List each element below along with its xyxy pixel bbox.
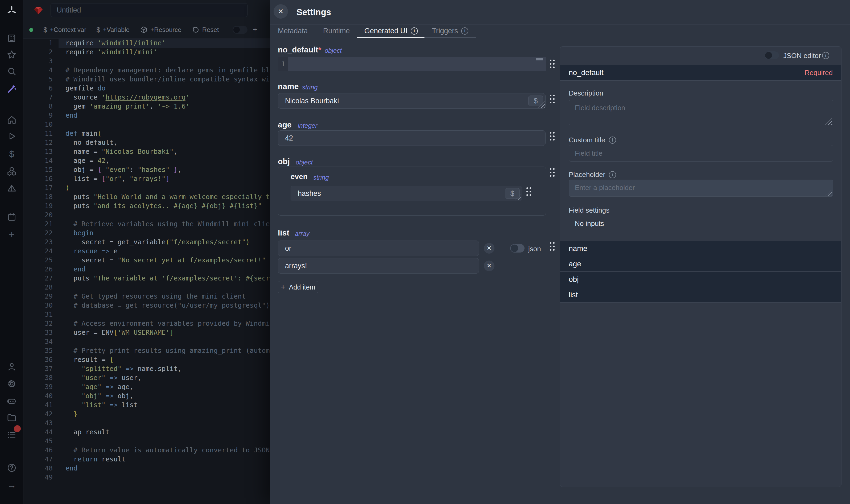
description-input[interactable] — [569, 100, 833, 125]
drag-handle[interactable] — [550, 95, 555, 104]
variables-dollar-icon[interactable]: $ — [0, 146, 23, 161]
code-content[interactable]: 1require 'windmill/inline'2require 'wind… — [23, 39, 270, 504]
collapse-arrow-icon[interactable]: → — [0, 478, 23, 492]
code-line[interactable]: 7 source 'https://rubygems.org' — [23, 93, 270, 102]
code-line[interactable]: 13 name = "Nicolas Bourbaki", — [23, 147, 270, 156]
workers-robot-icon[interactable] — [0, 393, 23, 408]
code-line[interactable]: 20 — [23, 211, 270, 219]
list-item-input[interactable]: or — [278, 240, 479, 256]
code-line[interactable]: 23 secret = get_variable("f/examples/sec… — [23, 238, 270, 247]
drag-handle[interactable] — [526, 187, 531, 196]
home-icon[interactable] — [0, 112, 23, 127]
tab-triggers[interactable]: Triggers — [432, 24, 468, 37]
code-line[interactable]: 32 # Access environment variables provid… — [23, 319, 270, 328]
even-input[interactable]: hashes $ — [291, 186, 522, 201]
code-line[interactable]: 34 — [23, 337, 270, 346]
resources-cubes-icon[interactable] — [0, 164, 23, 179]
folders-icon[interactable] — [0, 410, 23, 425]
code-line[interactable]: 4# Dependency management: declare gems i… — [23, 66, 270, 75]
add-plus-icon[interactable]: + — [0, 227, 23, 241]
code-line[interactable]: 16 list = ["or", "arrays!"] — [23, 174, 270, 183]
code-line[interactable]: 15 obj = { "even": "hashes" }, — [23, 165, 270, 174]
mini-scrollbar[interactable] — [536, 58, 543, 60]
code-line[interactable]: 24 rescue => e — [23, 247, 270, 256]
code-line[interactable]: 33 user = ENV['WM_USERNAME'] — [23, 328, 270, 337]
favorites-star-icon[interactable] — [0, 47, 23, 62]
json-editor-toggle[interactable] — [764, 51, 779, 59]
code-line[interactable]: 11def main( — [23, 129, 270, 138]
code-line[interactable]: 6gemfile do — [23, 84, 270, 93]
code-line[interactable]: 27 puts "The variable at 'f/examples/sec… — [23, 274, 270, 283]
remove-item-icon[interactable]: ✕ — [484, 260, 494, 271]
runs-play-icon[interactable] — [0, 129, 23, 144]
help-icon[interactable] — [0, 461, 23, 475]
info-icon[interactable] — [461, 28, 468, 35]
insert-variable-button[interactable]: $ — [528, 95, 543, 106]
code-line[interactable]: 29 # Get typed resources using the mini … — [23, 292, 270, 301]
placeholder-input[interactable] — [569, 180, 833, 197]
code-line[interactable]: 39 "age" => age, — [23, 382, 270, 392]
editor-mode-toggle[interactable] — [233, 26, 248, 34]
tab-metadata[interactable]: Metadata — [278, 24, 308, 37]
windmill-logo-icon[interactable] — [0, 3, 23, 18]
code-line[interactable]: 35 # Pretty print results using amazing_… — [23, 346, 270, 355]
code-line[interactable]: 26 end — [23, 265, 270, 274]
reset-button[interactable]: Reset — [192, 26, 219, 34]
insert-variable-button[interactable]: $ — [505, 188, 520, 199]
drag-handle[interactable] — [550, 242, 555, 251]
code-line[interactable]: 36 result = { — [23, 355, 270, 364]
json-toggle[interactable] — [510, 244, 525, 253]
code-line[interactable]: 9end — [23, 111, 270, 120]
code-line[interactable]: 18 puts "Hello World and a warm welcome … — [23, 192, 270, 201]
code-line[interactable]: 14 age = 42, — [23, 156, 270, 165]
no-default-json-input[interactable]: 1 — [278, 57, 546, 71]
remove-item-icon[interactable]: ✕ — [484, 243, 494, 254]
schedules-prism-icon[interactable] — [0, 181, 23, 196]
code-line[interactable]: 41 "list" => list — [23, 400, 270, 410]
age-input[interactable]: 42 — [278, 130, 545, 146]
field-row-name[interactable]: name — [560, 241, 841, 256]
add-variable-button[interactable]: $ +Variable — [96, 26, 130, 34]
field-row-obj[interactable]: obj — [560, 272, 841, 287]
code-line[interactable]: 37 "splitted" => name.split, — [23, 364, 270, 373]
code-line[interactable]: 3 — [23, 57, 270, 66]
code-line[interactable]: 12 no_default, — [23, 138, 270, 147]
selected-field-row[interactable]: no_default Required — [560, 65, 841, 80]
code-line[interactable]: 38 "user" => user, — [23, 373, 270, 382]
code-line[interactable]: 2require 'windmill/mini' — [23, 48, 270, 57]
code-line[interactable]: 10 — [23, 120, 270, 129]
custom-title-input[interactable] — [569, 145, 833, 162]
info-icon[interactable] — [411, 28, 418, 35]
ai-wand-icon[interactable] — [0, 82, 23, 96]
info-icon[interactable] — [822, 52, 829, 59]
field-row-list[interactable]: list — [560, 287, 841, 303]
script-title-input[interactable]: Untitled — [51, 3, 248, 17]
code-line[interactable]: 44 ap result — [23, 428, 270, 437]
tab-runtime[interactable]: Runtime — [323, 24, 350, 37]
search-icon[interactable] — [0, 64, 23, 79]
code-line[interactable]: 31 — [23, 310, 270, 319]
code-line[interactable]: 28 — [23, 283, 270, 292]
code-line[interactable]: 46 # Return value is automatically conve… — [23, 446, 270, 455]
code-line[interactable]: 47 return result — [23, 455, 270, 464]
close-icon[interactable]: ✕ — [274, 4, 288, 19]
workspace-icon[interactable] — [0, 31, 23, 46]
code-line[interactable]: 17) — [23, 183, 270, 192]
add-item-button[interactable]: + Add item — [278, 281, 318, 293]
info-icon[interactable] — [609, 171, 616, 178]
code-line[interactable]: 48end — [23, 464, 270, 473]
list-item-input[interactable]: arrays! — [278, 258, 479, 273]
info-icon[interactable] — [609, 137, 616, 144]
code-line[interactable]: 40 "obj" => obj, — [23, 392, 270, 400]
code-line[interactable]: 8 gem 'amazing_print', '~> 1.6' — [23, 102, 270, 111]
code-line[interactable]: 1require 'windmill/inline' — [23, 39, 270, 48]
field-row-age[interactable]: age — [560, 256, 841, 272]
add-resource-button[interactable]: +Resource — [140, 26, 181, 34]
code-line[interactable]: 21 # Retrieve variables using the Windmi… — [23, 219, 270, 229]
drag-handle[interactable] — [550, 168, 555, 177]
code-line[interactable]: 5# Windmill uses bundler/inline compatib… — [23, 75, 270, 84]
name-input[interactable]: Nicolas Bourbaki $ — [278, 93, 545, 109]
drag-handle[interactable] — [550, 132, 555, 141]
user-icon[interactable] — [0, 359, 23, 374]
code-line[interactable]: 19 puts "and its acolytes.. #{age} #{obj… — [23, 201, 270, 211]
